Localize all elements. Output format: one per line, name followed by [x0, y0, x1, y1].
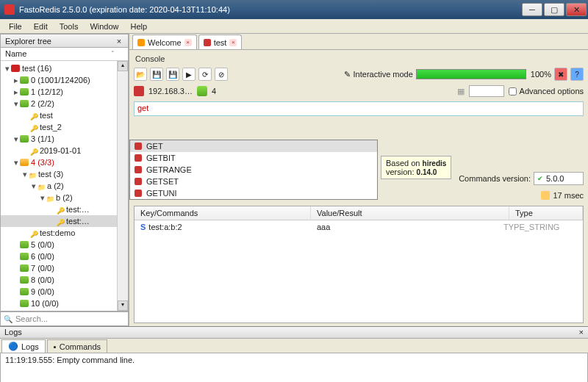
- ac-item[interactable]: GETRANGE: [130, 164, 377, 176]
- database-icon: [20, 241, 29, 248]
- tree-column-header[interactable]: Name ˄: [1, 48, 128, 61]
- refresh-button[interactable]: ⟳: [198, 68, 212, 81]
- close-button[interactable]: ✕: [566, 3, 587, 16]
- logs-tab[interactable]: 🔵Logs: [1, 339, 46, 353]
- progress-bar: [416, 69, 526, 79]
- cell-key: test:a:b:2: [148, 223, 182, 231]
- col-key[interactable]: Key/Commands: [135, 206, 311, 220]
- tree-key[interactable]: test_2: [1, 121, 128, 133]
- menu-window[interactable]: Window: [84, 21, 124, 32]
- tree-db[interactable]: 5 (0/0): [1, 239, 128, 251]
- save-button[interactable]: 💾: [150, 68, 163, 81]
- tree-root[interactable]: ▾test (16): [1, 62, 128, 74]
- tree-db[interactable]: 7 (0/0): [1, 262, 128, 274]
- tree-db[interactable]: ▸1 (12/12): [1, 86, 128, 98]
- logs-close-icon[interactable]: ×: [579, 328, 584, 337]
- menu-help[interactable]: Help: [125, 21, 154, 32]
- cmd-icon: [135, 178, 142, 185]
- tree-db[interactable]: ▸0 (1001/124206): [1, 74, 128, 86]
- tree-folder[interactable]: ▾test (3): [1, 168, 128, 180]
- version-combo[interactable]: 5.0.0: [534, 172, 584, 185]
- tree-label: 2 (2/2): [31, 99, 54, 108]
- tree-label: 10 (0/0): [31, 299, 59, 308]
- ac-item[interactable]: GET: [130, 140, 377, 152]
- version-value: 5.0.0: [546, 174, 564, 183]
- edit-icon[interactable]: ✎: [344, 70, 351, 79]
- saveas-button[interactable]: 💾: [166, 68, 179, 81]
- database-icon: [20, 288, 29, 295]
- tree-db[interactable]: ▾2 (2/2): [1, 98, 128, 109]
- tree-key-selected[interactable]: test:…: [1, 215, 128, 227]
- view-combo[interactable]: [469, 85, 504, 97]
- tree-db[interactable]: 9 (0/0): [1, 286, 128, 298]
- chevron-up-icon: ˄: [111, 50, 115, 57]
- menu-file[interactable]: File: [3, 21, 28, 32]
- string-icon: S: [140, 223, 146, 231]
- tree-label: b (2): [56, 193, 73, 202]
- grid-icon[interactable]: ▦: [457, 87, 465, 96]
- window-title: FastoRedis 2.5.0.0 (expiration date: 202…: [19, 5, 522, 14]
- run-button[interactable]: ▶: [182, 68, 196, 81]
- menu-tools[interactable]: Tools: [54, 21, 85, 32]
- tree-folder[interactable]: ▾a (2): [1, 180, 128, 192]
- menu-edit[interactable]: Edit: [28, 21, 54, 32]
- database-icon: [20, 253, 29, 260]
- tab-test[interactable]: test×: [198, 35, 243, 49]
- name-header-label: Name: [5, 49, 26, 58]
- explorer-close-icon[interactable]: ×: [115, 37, 123, 46]
- cmd-icon: [135, 143, 142, 150]
- tree-scrollbar[interactable]: ▴▾: [117, 61, 128, 311]
- tree-label: 3 (1/1): [31, 134, 54, 143]
- interactive-mode-label: Interactive mode: [354, 70, 413, 79]
- tree-db[interactable]: 8 (0/0): [1, 274, 128, 286]
- tree-key[interactable]: test:…: [1, 203, 128, 215]
- tree-folder[interactable]: ▾b (2): [1, 192, 128, 203]
- folder-icon: [29, 170, 36, 178]
- command-input[interactable]: get: [134, 101, 584, 116]
- commands-tab[interactable]: ▪Commands: [47, 339, 107, 353]
- search-input[interactable]: Search...: [0, 311, 129, 326]
- help-button[interactable]: ?: [570, 68, 584, 81]
- col-value[interactable]: Value/Result: [311, 206, 509, 220]
- tree: ▾test (16) ▸0 (1001/124206) ▸1 (12/12) ▾…: [1, 61, 128, 311]
- tree-db[interactable]: ▾3 (1/1): [1, 133, 128, 145]
- tab-welcome[interactable]: Welcome×: [132, 35, 197, 49]
- tab-close-icon[interactable]: ×: [229, 39, 237, 46]
- tooltip-bold: hiredis: [423, 159, 447, 167]
- ac-item[interactable]: GETUNI: [130, 187, 377, 199]
- ac-label: GETBIT: [146, 154, 176, 162]
- welcome-icon: [137, 39, 145, 46]
- tree-key[interactable]: 2019-01-01: [1, 145, 128, 156]
- col-type[interactable]: Type: [509, 206, 583, 220]
- tree-db[interactable]: 10 (0/0): [1, 298, 128, 309]
- tree-label: 2019-01-01: [40, 146, 81, 155]
- maximize-button[interactable]: ▢: [544, 3, 564, 16]
- tree-db-active[interactable]: ▾4 (3/3): [1, 156, 128, 168]
- ac-item[interactable]: GETBIT: [130, 152, 377, 164]
- log-output[interactable]: 11:19:19.555: Empty command line.: [0, 353, 588, 382]
- stop-button[interactable]: ⊘: [215, 68, 228, 81]
- tree-label: test:…: [66, 205, 90, 214]
- adv-label: Advanced options: [520, 87, 584, 96]
- tree-key[interactable]: test:demo: [1, 227, 128, 239]
- ac-item[interactable]: GETSET: [130, 176, 377, 187]
- open-button[interactable]: 📂: [134, 68, 147, 81]
- cancel-button[interactable]: ✖: [554, 68, 567, 81]
- redis-icon: [11, 65, 20, 72]
- table-row[interactable]: Stest:a:b:2 aaa TYPE_STRING: [135, 220, 583, 234]
- tree-db[interactable]: 11 (0/0): [1, 309, 128, 311]
- tooltip-text: Based on: [386, 159, 423, 167]
- tab-close-icon[interactable]: ×: [184, 39, 192, 46]
- app-icon: [4, 4, 15, 15]
- tree-key[interactable]: test: [1, 109, 128, 121]
- tree-label: test: [40, 111, 53, 120]
- logs-panel: Logs× 🔵Logs ▪Commands 11:19:19.555: Empt…: [0, 326, 588, 382]
- advanced-options-checkbox[interactable]: Advanced options: [509, 87, 584, 96]
- tree-label: 6 (0/0): [31, 252, 54, 261]
- result-table: Key/Commands Value/Result Type Stest:a:b…: [134, 206, 584, 323]
- tree-db[interactable]: 6 (0/0): [1, 251, 128, 262]
- log-icon: 🔵: [8, 342, 18, 351]
- minimize-button[interactable]: ─: [522, 3, 542, 16]
- titlebar: FastoRedis 2.5.0.0 (expiration date: 202…: [0, 0, 588, 19]
- explorer-title: Explorer tree: [5, 37, 51, 46]
